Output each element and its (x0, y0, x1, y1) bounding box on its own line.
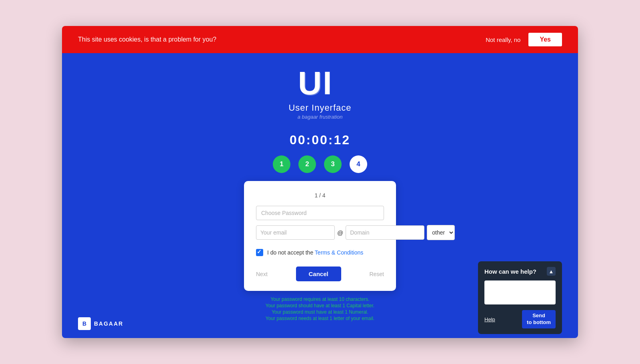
help-header: How can we help? ▲ (484, 267, 556, 276)
hint-3: Your password must have at least 1 Numer… (266, 309, 374, 315)
step-4[interactable]: 4 (350, 155, 367, 173)
terms-link[interactable]: Terms & Conditions (315, 249, 363, 256)
step-indicators: 1 2 3 4 (273, 155, 367, 173)
step-1[interactable]: 1 (273, 155, 290, 173)
cookie-no-button[interactable]: Not really, no (486, 36, 520, 43)
email-domain-input[interactable] (346, 225, 424, 240)
step-2[interactable]: 2 (298, 155, 316, 173)
reset-button[interactable]: Reset (369, 271, 384, 277)
hint-2: Your password should have at least 1 Cap… (266, 303, 374, 308)
form-actions: Next Cancel Reset (256, 267, 384, 281)
bagaar-logo: B BAGAAR (78, 317, 123, 330)
email-local-input[interactable] (256, 225, 335, 240)
step-1-number: 1 (280, 160, 283, 168)
at-symbol: @ (337, 229, 343, 236)
hint-4: Your password needs at least 1 letter of… (266, 316, 374, 321)
logo-area: U U I User Inyerface a bagaar frustratio… (288, 65, 351, 120)
ui-logo-icon: U U I (298, 65, 342, 101)
help-footer: Help Sendto bottom (484, 310, 556, 328)
step-4-number: 4 (356, 160, 360, 168)
logo-title: User Inyerface (288, 103, 351, 113)
cookie-banner: This site uses cookies, is that a proble… (62, 26, 578, 53)
step-3-number: 3 (331, 160, 334, 168)
collapse-icon: ▲ (549, 269, 554, 274)
domain-select[interactable]: other .com .net .org .io (427, 225, 455, 240)
step-2-number: 2 (305, 160, 309, 168)
help-textarea[interactable] (484, 280, 556, 304)
timer-display: 00:00:12 (290, 133, 350, 147)
browser-window: This site uses cookies, is that a proble… (62, 26, 578, 338)
help-send-button[interactable]: Sendto bottom (522, 310, 556, 328)
hint-1: Your password requires at least 10 chara… (266, 296, 374, 302)
form-step-label: 1 / 4 (256, 192, 384, 199)
help-widget: How can we help? ▲ Help Sendto bottom (478, 261, 562, 334)
next-button[interactable]: Next (256, 271, 268, 277)
step-3[interactable]: 3 (324, 155, 342, 173)
checkbox-text: I do not accept the (267, 249, 315, 256)
cookie-actions: Not really, no Yes (486, 33, 562, 46)
form-card: 1 / 4 @ other .com .net .org .io I do no… (244, 181, 396, 291)
password-input[interactable] (256, 206, 384, 220)
terms-row: I do not accept the Terms & Conditions (256, 247, 384, 259)
help-title: How can we help? (484, 268, 536, 275)
bagaar-icon: B (78, 317, 91, 330)
logo-subtitle: a bagaar frustration (298, 114, 343, 120)
cancel-button[interactable]: Cancel (296, 267, 341, 281)
help-collapse-button[interactable]: ▲ (547, 267, 556, 276)
email-row: @ other .com .net .org .io (256, 225, 384, 240)
main-content: U U I User Inyerface a bagaar frustratio… (62, 53, 578, 338)
help-link[interactable]: Help (484, 316, 495, 322)
password-hints: Your password requires at least 10 chara… (266, 296, 374, 322)
svg-text:I: I (323, 65, 332, 101)
cookie-message: This site uses cookies, is that a proble… (78, 36, 216, 43)
svg-text:U: U (298, 65, 322, 101)
bagaar-name: BAGAAR (94, 320, 123, 327)
terms-checkbox[interactable] (256, 249, 263, 256)
terms-label: I do not accept the Terms & Conditions (267, 249, 363, 256)
cookie-yes-button[interactable]: Yes (528, 33, 562, 46)
